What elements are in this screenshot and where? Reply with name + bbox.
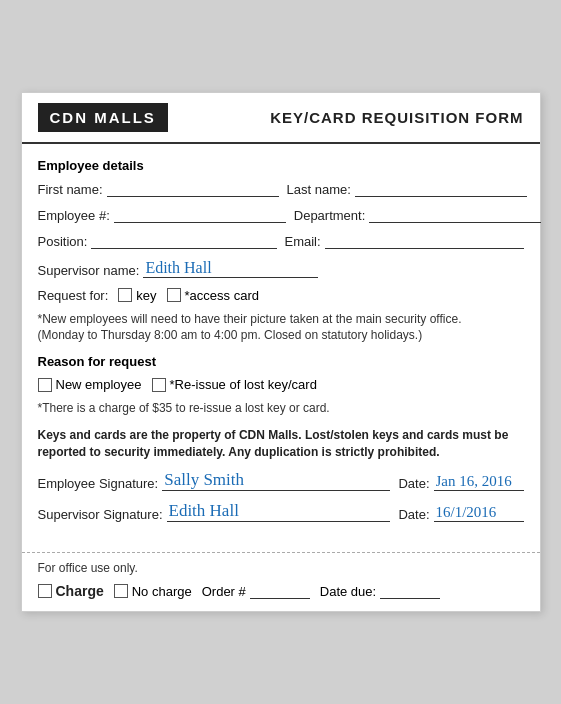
reissue-label: *Re-issue of lost key/card [170, 377, 317, 392]
position-email-row: Position: Email: [38, 233, 524, 249]
employee-date-group: Date: [398, 473, 523, 491]
note2: *There is a charge of $35 to re-issue a … [38, 400, 524, 417]
employee-date-input[interactable] [434, 473, 524, 491]
supervisor-date-input[interactable] [434, 504, 524, 522]
access-card-checkbox-item[interactable]: *access card [167, 288, 259, 303]
access-card-checkbox[interactable] [167, 288, 181, 302]
email-group: Email: [285, 233, 524, 249]
bold-note: Keys and cards are the property of CDN M… [38, 427, 524, 461]
supervisor-date-label: Date: [398, 507, 429, 522]
email-input[interactable] [325, 233, 524, 249]
position-input[interactable] [91, 233, 276, 249]
last-name-label: Last name: [287, 182, 351, 197]
first-name-label: First name: [38, 182, 103, 197]
employee-sig-label: Employee Signature: [38, 476, 159, 491]
supervisor-label: Supervisor name: [38, 263, 140, 278]
form-container: CDN MALLS KEY/CARD REQUISITION FORM Empl… [21, 92, 541, 613]
position-group: Position: [38, 233, 277, 249]
key-checkbox[interactable] [118, 288, 132, 302]
last-name-group: Last name: [287, 181, 527, 197]
form-title: KEY/CARD REQUISITION FORM [270, 109, 523, 126]
date-due-field: Date due: [320, 583, 440, 599]
first-name-input[interactable] [107, 181, 279, 197]
employee-date-label: Date: [398, 476, 429, 491]
request-for-row: Request for: key *access card [38, 288, 524, 303]
access-card-label: *access card [185, 288, 259, 303]
supervisor-date-group: Date: [398, 504, 523, 522]
reissue-checkbox[interactable] [152, 378, 166, 392]
employee-sig-input[interactable] [162, 470, 390, 491]
employee-num-group: Employee #: [38, 207, 286, 223]
no-charge-item[interactable]: No charge [114, 584, 192, 599]
request-for-label: Request for: [38, 288, 109, 303]
key-checkbox-item[interactable]: key [118, 288, 156, 303]
order-num-field: Order # [202, 583, 310, 599]
charge-checkbox[interactable] [38, 584, 52, 598]
form-body: Employee details First name: Last name: … [22, 144, 540, 543]
office-section: For office use only. Charge No charge Or… [22, 561, 540, 611]
charge-item[interactable]: Charge [38, 583, 104, 599]
first-name-group: First name: [38, 181, 279, 197]
no-charge-label: No charge [132, 584, 192, 599]
employee-num-label: Employee #: [38, 208, 110, 223]
employee-sig-group: Employee Signature: [38, 470, 391, 491]
supervisor-group: Supervisor name: [38, 259, 318, 278]
first-last-name-row: First name: Last name: [38, 181, 524, 197]
supervisor-sig-group: Supervisor Signature: [38, 501, 391, 522]
date-due-label: Date due: [320, 584, 376, 599]
supervisor-row: Supervisor name: [38, 259, 524, 278]
email-label: Email: [285, 234, 321, 249]
office-divider [22, 552, 540, 553]
note1: *New employees will need to have their p… [38, 311, 524, 345]
employee-details-title: Employee details [38, 158, 524, 173]
supervisor-sig-label: Supervisor Signature: [38, 507, 163, 522]
no-charge-checkbox[interactable] [114, 584, 128, 598]
supervisor-signature-row: Supervisor Signature: Date: [38, 501, 524, 522]
new-employee-checkbox[interactable] [38, 378, 52, 392]
department-label: Department: [294, 208, 366, 223]
reissue-checkbox-item[interactable]: *Re-issue of lost key/card [152, 377, 317, 392]
department-input[interactable] [369, 207, 541, 223]
supervisor-input[interactable] [143, 259, 317, 278]
logo: CDN MALLS [38, 103, 168, 132]
employee-signature-row: Employee Signature: Date: [38, 470, 524, 491]
position-label: Position: [38, 234, 88, 249]
order-num-label: Order # [202, 584, 246, 599]
empnum-dept-row: Employee #: Department: [38, 207, 524, 223]
reason-for-request-title: Reason for request [38, 354, 524, 369]
reason-row: New employee *Re-issue of lost key/card [38, 377, 524, 392]
new-employee-label: New employee [56, 377, 142, 392]
office-row: Charge No charge Order # Date due: [38, 583, 524, 599]
key-label: key [136, 288, 156, 303]
charge-label: Charge [56, 583, 104, 599]
employee-num-input[interactable] [114, 207, 286, 223]
office-use-label: For office use only. [38, 561, 524, 575]
last-name-input[interactable] [355, 181, 527, 197]
order-num-input[interactable] [250, 583, 310, 599]
new-employee-checkbox-item[interactable]: New employee [38, 377, 142, 392]
department-group: Department: [294, 207, 542, 223]
form-header: CDN MALLS KEY/CARD REQUISITION FORM [22, 93, 540, 144]
date-due-input[interactable] [380, 583, 440, 599]
supervisor-sig-input[interactable] [167, 501, 391, 522]
